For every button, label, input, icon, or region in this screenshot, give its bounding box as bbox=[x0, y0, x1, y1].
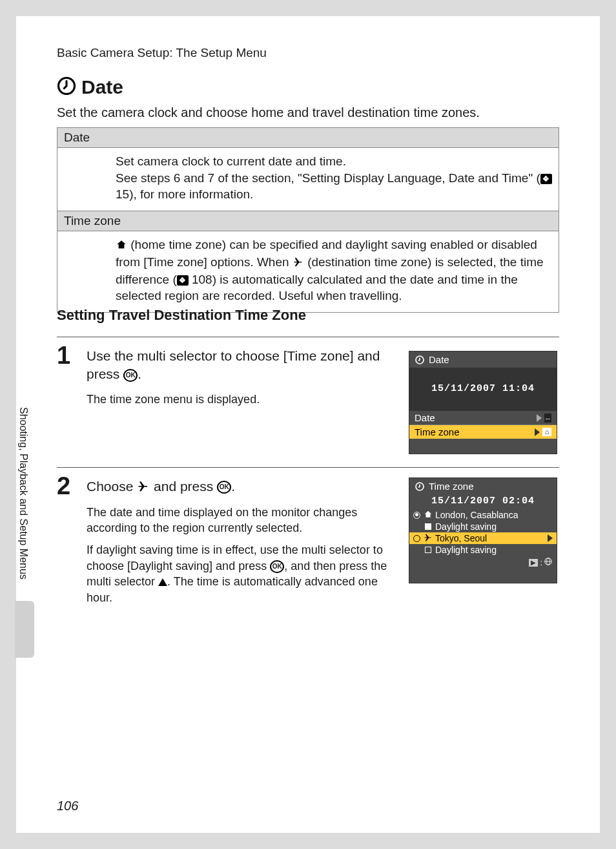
lcd-dest-zone: Tokyo, Seoul bbox=[409, 532, 557, 544]
side-tab: Shooting, Playback and Setup Menus bbox=[16, 394, 34, 672]
play-icon: ▶ bbox=[529, 559, 538, 567]
lcd-screen-timezone: Time zone 15/11/2007 02:04 London, Casab… bbox=[409, 477, 557, 583]
plane-icon bbox=[424, 533, 433, 543]
lcd-datetime: 15/11/2007 11:04 bbox=[431, 383, 535, 394]
radio-icon bbox=[413, 535, 420, 542]
side-tab-label: Shooting, Playback and Setup Menus bbox=[16, 394, 29, 580]
home-icon: ⌂ bbox=[542, 428, 551, 436]
up-triangle-icon bbox=[158, 574, 167, 590]
lcd-title-text: Time zone bbox=[429, 481, 473, 492]
lcd-footer: ▶ : bbox=[409, 556, 557, 571]
section-header: Basic Camera Setup: The Setup Menu bbox=[57, 46, 267, 60]
radio-icon bbox=[413, 512, 420, 519]
lcd-option-date: Date -- bbox=[409, 411, 557, 424]
clock-icon bbox=[415, 481, 425, 492]
ok-button-icon: OK bbox=[270, 560, 284, 573]
step-number: 1 bbox=[57, 342, 70, 370]
checkbox-icon bbox=[425, 547, 431, 553]
options-table: Date Set camera clock to current date an… bbox=[57, 127, 559, 313]
lcd-home-zone: London, Casablanca bbox=[409, 509, 557, 521]
page-ref-icon: ❖ bbox=[177, 275, 189, 286]
ok-button-icon: OK bbox=[217, 481, 231, 494]
ok-button-icon: OK bbox=[123, 369, 138, 382]
step-number: 2 bbox=[57, 472, 70, 500]
subheading: Setting Travel Destination Time Zone bbox=[57, 307, 306, 324]
globe-icon bbox=[544, 557, 553, 568]
home-icon bbox=[116, 237, 127, 254]
side-tab-marker bbox=[15, 601, 34, 658]
page-title: Date bbox=[81, 76, 123, 98]
table-header-timezone: Time zone bbox=[57, 211, 559, 231]
plane-icon bbox=[137, 478, 150, 496]
lcd-title-text: Date bbox=[429, 354, 449, 365]
table-cell-timezone: (home time zone) can be specified and da… bbox=[57, 231, 559, 312]
intro-text: Set the camera clock and choose home and… bbox=[57, 105, 480, 120]
lcd-screen-date: Date 15/11/2007 11:04 Date -- Time zone … bbox=[409, 351, 557, 454]
lcd-home-dst: Daylight saving bbox=[409, 521, 557, 532]
home-icon bbox=[424, 510, 433, 520]
chevron-right-icon bbox=[548, 534, 553, 542]
plane-icon bbox=[293, 255, 304, 271]
checkbox-icon bbox=[425, 523, 431, 530]
page-ref-icon: ❖ bbox=[540, 174, 552, 184]
lcd-dest-dst: Daylight saving bbox=[409, 544, 557, 556]
divider bbox=[57, 337, 559, 337]
page-number: 106 bbox=[57, 799, 78, 813]
lcd-datetime: 15/11/2007 02:04 bbox=[409, 496, 557, 507]
lcd-option-timezone: Time zone ⌂ bbox=[409, 425, 557, 439]
table-cell-date: Set camera clock to current date and tim… bbox=[57, 148, 559, 211]
table-header-date: Date bbox=[57, 128, 559, 148]
divider bbox=[57, 467, 559, 468]
clock-icon bbox=[415, 355, 425, 365]
clock-icon bbox=[57, 76, 76, 98]
